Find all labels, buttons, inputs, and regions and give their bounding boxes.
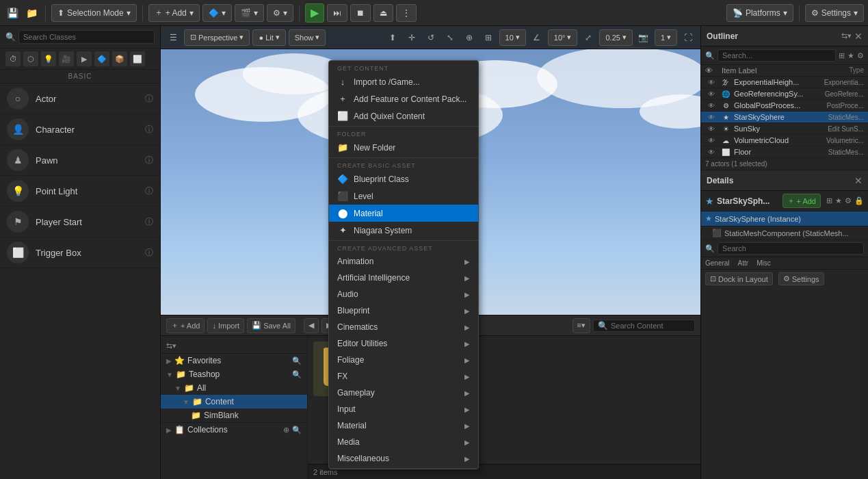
coll-add[interactable]: ⊕ [283, 426, 289, 435]
blueprint-button[interactable]: 🔷 ▾ [202, 4, 232, 22]
bsp-icon[interactable]: 🔷 [94, 51, 109, 66]
cm-media[interactable]: Media ▶ [329, 434, 478, 450]
teashop-search-icon[interactable]: 🔍 [292, 370, 302, 379]
folder-icon[interactable]: 📁 [23, 5, 40, 21]
selection-mode-button[interactable]: ⬆ Selection Mode ▾ [51, 4, 137, 22]
outliner-star-icon[interactable]: ★ [847, 51, 854, 60]
outliner-grid-icon[interactable]: ⊞ [839, 51, 845, 60]
all-classes-icon[interactable]: ⬜ [130, 51, 145, 66]
outliner-item-3[interactable]: 👁 ★ StarSkySphere StaticMes... [701, 112, 868, 123]
details-star-icon[interactable]: ★ [835, 196, 842, 205]
animation-icon[interactable]: ▶ [77, 51, 92, 66]
tree-simblank[interactable]: 📁 SimBlank [161, 409, 307, 422]
cm-fx[interactable]: FX ▶ [329, 368, 478, 385]
cinematic-icon[interactable]: 🎥 [59, 51, 74, 66]
angle-value-button[interactable]: 10° ▾ [548, 29, 578, 46]
camera-icon[interactable]: 📷 [635, 29, 652, 46]
cm-add-quixel[interactable]: ⬜ Add Quixel Content [329, 107, 478, 125]
cinematic-button[interactable]: 🎬 ▾ [235, 4, 264, 22]
stop-button[interactable]: ⏹ [350, 4, 371, 22]
grid-size-button[interactable]: 10 ▾ [499, 29, 526, 46]
tree-content[interactable]: ▼ 📁 Content [161, 395, 307, 409]
lit-button[interactable]: ● Lit ▾ [252, 29, 285, 46]
panel-close[interactable]: ✕ [854, 31, 863, 42]
details-selected-instance[interactable]: ★ StarSkySphere (Instance) [701, 211, 868, 226]
coll-search-icon[interactable]: 🔍 [292, 426, 302, 435]
eject-button[interactable]: ⏏ [373, 4, 393, 22]
import-button[interactable]: ↓ Import [207, 318, 244, 333]
outliner-item-2[interactable]: 👁 ⚙ GlobalPostProces... PostProce... [701, 100, 868, 112]
move-icon[interactable]: ✛ [404, 29, 420, 46]
dock-in-layout-btn[interactable]: ⊡ Dock in Layout [705, 272, 773, 285]
details-lock-icon[interactable]: 🔒 [854, 196, 864, 205]
cm-ai[interactable]: Artificial Intelligence ▶ [329, 270, 478, 286]
cm-material[interactable]: ⬤ Material [329, 205, 478, 222]
search-classes-input[interactable] [18, 30, 155, 44]
actor-item-actor[interactable]: ○ Actor ⓘ [0, 83, 160, 114]
perspective-button[interactable]: ⊡ Perspective ▾ [184, 29, 250, 46]
tab-misc[interactable]: Misc [757, 259, 771, 267]
cm-material-adv[interactable]: Material ▶ [329, 417, 478, 434]
cm-gameplay[interactable]: Gameplay ▶ [329, 385, 478, 401]
tab-attr[interactable]: Attr [738, 259, 749, 267]
tab-general[interactable]: General [705, 259, 730, 267]
recent-icon[interactable]: ⏱ [5, 51, 21, 66]
details-settings-btn[interactable]: ⚙ Settings [778, 272, 824, 285]
step-button[interactable]: ⏭ [327, 4, 347, 22]
favorites-search-icon[interactable]: 🔍 [292, 357, 302, 365]
cm-foliage[interactable]: Foliage ▶ [329, 352, 478, 368]
shapes-icon[interactable]: ⬡ [23, 51, 38, 66]
filter-button[interactable]: ≡▾ [573, 318, 590, 333]
actor-item-trigger-box[interactable]: ⬜ Trigger Box ⓘ [0, 237, 160, 268]
tree-teashop[interactable]: ▼ 📁 Teashop 🔍 [161, 367, 307, 381]
cm-miscellaneous[interactable]: Miscellaneous ▶ [329, 450, 478, 467]
outliner-item-5[interactable]: 👁 ☁ VolumetricCloud Volumetric... [701, 135, 868, 146]
lights-icon[interactable]: 💡 [41, 51, 56, 66]
details-close[interactable]: ✕ [854, 175, 863, 186]
cm-new-folder[interactable]: 📁 New Folder [329, 139, 478, 156]
cm-level[interactable]: ⬛ Level [329, 187, 478, 205]
back-button[interactable]: ◀ [304, 318, 319, 333]
outliner-search-input[interactable] [718, 49, 836, 62]
play-button[interactable]: ▶ [305, 3, 324, 23]
tree-all[interactable]: ▼ 📁 All [161, 381, 307, 395]
cm-blueprint-class[interactable]: 🔷 Blueprint Class [329, 170, 478, 187]
volumes-icon[interactable]: 📦 [112, 51, 127, 66]
details-search-input[interactable] [718, 242, 864, 255]
hamburger-icon[interactable]: ☰ [165, 29, 181, 46]
actor-item-point-light[interactable]: 💡 Point Light ⓘ [0, 176, 160, 207]
outliner-filter-icon[interactable]: ⇆▾ [841, 31, 852, 40]
camera-speed-button[interactable]: 1 ▾ [655, 29, 677, 46]
cm-editor-utilities[interactable]: Editor Utilities ▶ [329, 335, 478, 352]
details-sub-component[interactable]: ⬛ StaticMeshComponent (StaticMesh... [701, 226, 868, 240]
search-content-input[interactable] [608, 320, 690, 331]
tree-collections[interactable]: ▶ 📋 Collections ⊕ 🔍 [161, 422, 307, 437]
tree-favorites[interactable]: ▶ ⭐ Favorites 🔍 [161, 354, 307, 367]
more-button[interactable]: ⋮ [396, 4, 417, 22]
maximize-icon[interactable]: ⛶ [680, 29, 696, 46]
details-grid-icon[interactable]: ⊞ [826, 196, 832, 205]
details-settings-icon[interactable]: ⚙ [845, 196, 852, 205]
actor-item-character[interactable]: 👤 Character ⓘ [0, 114, 160, 145]
cm-add-feature[interactable]: + Add Feature or Content Pack... [329, 90, 478, 107]
add-content-button[interactable]: ＋ + Add [166, 318, 205, 333]
settings-top-button[interactable]: ⚙ Settings ▾ [805, 4, 864, 22]
save-icon[interactable]: 💾 [4, 5, 21, 21]
cm-audio[interactable]: Audio ▶ [329, 286, 478, 302]
rotate-icon[interactable]: ↺ [423, 29, 439, 46]
platforms-button[interactable]: 📡 Platforms ▾ [726, 4, 793, 22]
outliner-item-1[interactable]: 👁 🌐 GeoReferencingSy... GeoRefere... [701, 88, 868, 100]
details-add-button[interactable]: ＋ + Add [782, 194, 821, 208]
scale-icon2[interactable]: ⤢ [580, 29, 596, 46]
cm-animation[interactable]: Animation ▶ [329, 253, 478, 270]
cm-cinematics[interactable]: Cinematics ▶ [329, 319, 478, 335]
scale-icon[interactable]: ⤡ [442, 29, 458, 46]
add-button[interactable]: ＋ + Add ▾ [148, 4, 200, 22]
cm-niagara[interactable]: ✦ Niagara System [329, 222, 478, 239]
outliner-item-6[interactable]: 👁 ⬜ Floor StaticMes... [701, 146, 868, 158]
actor-item-player-start[interactable]: ⚑ Player Start ⓘ [0, 207, 160, 237]
select-icon[interactable]: ⬆ [384, 29, 401, 46]
outliner-settings-icon[interactable]: ⚙ [857, 51, 864, 60]
show-button[interactable]: Show ▾ [289, 29, 326, 46]
outliner-item-0[interactable]: 👁 🌫 ExponentialHeigh... Exponentia... [701, 77, 868, 88]
